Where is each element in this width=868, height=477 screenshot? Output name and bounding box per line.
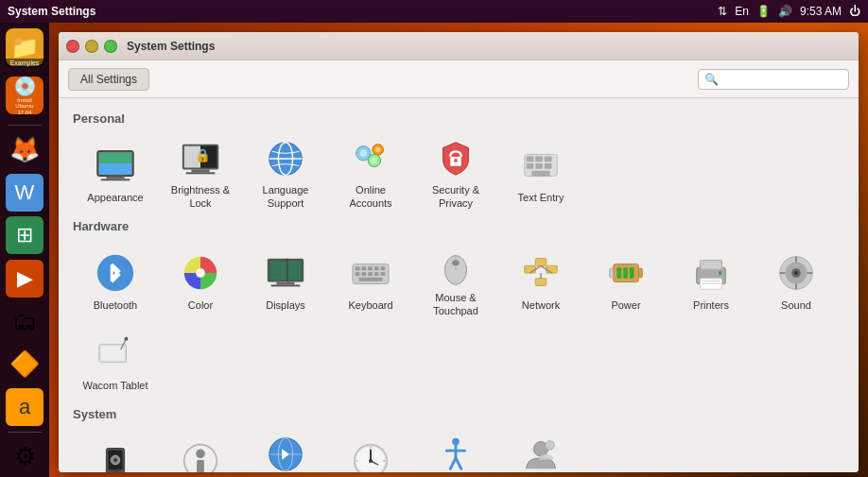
search-box: 🔍 xyxy=(698,69,849,90)
text-entry-label: Text Entry xyxy=(518,192,564,204)
security-icon xyxy=(433,137,478,180)
svg-rect-26 xyxy=(545,156,552,162)
settings-item-bluetooth[interactable]: Bluetooth xyxy=(73,241,158,321)
settings-item-printers[interactable]: Printers xyxy=(668,241,754,321)
launcher-item-writer[interactable]: W xyxy=(4,172,45,213)
details-icon xyxy=(178,438,223,472)
svg-line-111 xyxy=(456,458,461,469)
svg-rect-93 xyxy=(197,460,204,472)
svg-rect-65 xyxy=(610,268,614,278)
svg-text:🔒: 🔒 xyxy=(195,147,211,163)
user-accounts-icon xyxy=(518,433,564,472)
top-bar: System Settings ⇅ En 🔋 🔊 9:53 AM ⏻ xyxy=(0,0,868,23)
search-input[interactable] xyxy=(722,73,842,86)
svg-rect-3 xyxy=(101,179,130,180)
title-bar: System Settings xyxy=(59,32,859,60)
settings-item-backups[interactable]: Backups xyxy=(73,429,158,472)
keyboard-indicator[interactable]: En xyxy=(735,5,749,18)
network-tray-icon: ⇅ xyxy=(718,5,727,18)
launcher-item-software[interactable]: 🔶 xyxy=(4,344,45,384)
window-maximize-button[interactable] xyxy=(104,40,117,53)
displays-label: Displays xyxy=(266,299,305,312)
power-icon xyxy=(603,250,649,296)
settings-item-network[interactable]: Network xyxy=(498,241,583,321)
toolbar: All Settings 🔍 xyxy=(59,60,859,98)
color-label: Color xyxy=(188,299,213,312)
svg-rect-49 xyxy=(374,272,379,276)
settings-item-time-date[interactable]: Time & Date xyxy=(328,429,413,472)
launcher-item-amazon[interactable]: a xyxy=(4,386,45,427)
launcher-item-files[interactable]: 📁 Examples xyxy=(4,26,45,67)
svg-point-113 xyxy=(546,441,555,451)
svg-point-22 xyxy=(454,159,458,162)
keyboard-label: Keyboard xyxy=(348,299,392,312)
svg-rect-46 xyxy=(356,272,360,276)
settings-item-user-accounts[interactable]: UserAccounts xyxy=(498,429,583,472)
svg-rect-56 xyxy=(535,279,547,286)
svg-rect-57 xyxy=(525,265,536,273)
svg-rect-70 xyxy=(701,260,722,269)
sound-label: Sound xyxy=(781,299,811,312)
bluetooth-label: Bluetooth xyxy=(94,299,137,312)
svg-point-86 xyxy=(125,337,129,341)
online-accounts-label: OnlineAccounts xyxy=(349,184,391,209)
settings-item-mouse[interactable]: Mouse &Touchpad xyxy=(413,241,498,321)
all-settings-button[interactable]: All Settings xyxy=(68,68,149,91)
settings-item-sound[interactable]: Sound xyxy=(754,241,839,321)
svg-point-78 xyxy=(794,271,798,275)
wacom-label: Wacom Tablet xyxy=(82,380,148,392)
settings-item-power[interactable]: Power xyxy=(583,241,668,321)
hardware-grid: Bluetooth xyxy=(73,241,844,401)
svg-point-102 xyxy=(369,459,373,463)
launcher-separator-2 xyxy=(8,432,42,433)
window-title: System Settings xyxy=(127,40,215,53)
clock[interactable]: 9:53 AM xyxy=(800,5,842,18)
settings-item-language[interactable]: LanguageSupport xyxy=(243,133,328,213)
settings-item-keyboard[interactable]: Keyboard xyxy=(328,241,413,321)
launcher-item-settings[interactable]: ⚙ xyxy=(4,436,45,477)
svg-point-91 xyxy=(113,458,117,462)
svg-rect-37 xyxy=(276,281,294,284)
settings-item-wacom[interactable]: Wacom Tablet xyxy=(73,321,158,401)
settings-item-software-updates[interactable]: Software &Updates xyxy=(243,429,328,472)
settings-item-online-accounts[interactable]: OnlineAccounts xyxy=(328,133,413,213)
launcher-item-filemanager[interactable]: 🗂 xyxy=(4,300,45,341)
backups-icon xyxy=(93,438,138,472)
svg-rect-59 xyxy=(535,259,547,266)
keyboard-icon xyxy=(348,250,393,296)
appearance-label: Appearance xyxy=(87,192,143,204)
power-tray-icon[interactable]: ⏻ xyxy=(849,5,860,18)
svg-rect-30 xyxy=(531,171,549,177)
svg-rect-45 xyxy=(381,266,386,270)
displays-icon xyxy=(263,250,308,296)
svg-rect-47 xyxy=(361,272,366,276)
settings-item-brightness[interactable]: 🔒 Brightness &Lock xyxy=(158,133,243,213)
svg-rect-28 xyxy=(535,163,543,169)
svg-rect-25 xyxy=(535,156,543,162)
settings-item-text-entry[interactable]: Text Entry xyxy=(498,133,583,213)
universal-access-icon xyxy=(433,433,478,472)
window-close-button[interactable] xyxy=(66,40,79,53)
svg-rect-43 xyxy=(368,266,373,270)
launcher-item-install[interactable]: 💿 InstallUbuntu17.04 xyxy=(4,69,45,120)
launcher-item-impress[interactable]: ▶ xyxy=(4,258,45,298)
settings-item-displays[interactable]: Displays xyxy=(243,241,328,321)
svg-rect-5 xyxy=(99,163,132,175)
appearance-icon xyxy=(93,143,138,188)
settings-item-details[interactable]: Details xyxy=(158,429,243,472)
settings-item-security[interactable]: Security &Privacy xyxy=(413,133,498,213)
network-icon xyxy=(518,250,564,296)
mouse-label: Mouse &Touchpad xyxy=(433,292,478,316)
launcher-item-calc[interactable]: ⊞ xyxy=(4,215,45,256)
settings-item-universal-access[interactable]: UniversalAccess xyxy=(413,429,498,472)
settings-item-color[interactable]: Color xyxy=(158,241,243,321)
settings-item-appearance[interactable]: Appearance xyxy=(73,133,158,213)
svg-rect-36 xyxy=(269,260,303,280)
launcher-item-firefox[interactable]: 🦊 xyxy=(4,129,45,170)
svg-point-18 xyxy=(360,150,368,158)
language-icon xyxy=(263,137,308,180)
window-minimize-button[interactable] xyxy=(85,40,98,53)
language-label: LanguageSupport xyxy=(263,184,309,209)
printers-label: Printers xyxy=(693,299,729,312)
brightness-label: Brightness &Lock xyxy=(171,184,230,209)
